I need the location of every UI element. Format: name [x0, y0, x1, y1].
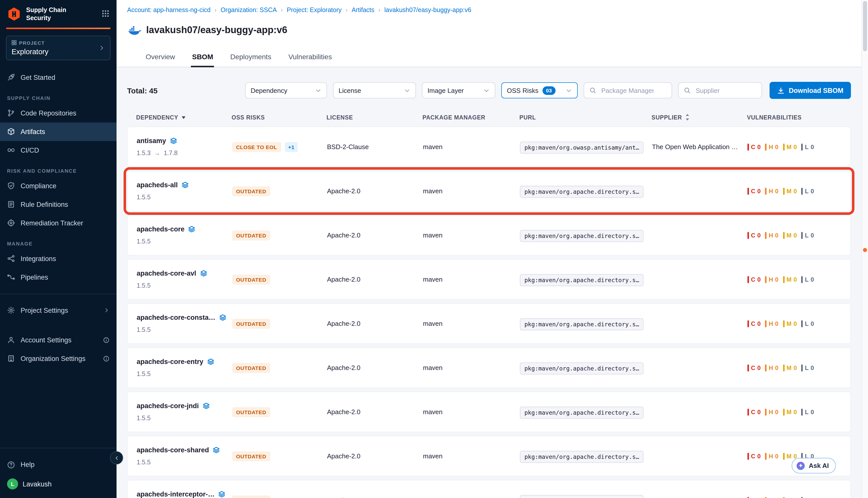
table-row[interactable]: apacheds-core-consta… 1.5.5 OUTDATED Apa… [127, 303, 851, 344]
sidebar-item-label: Project Settings [21, 306, 68, 314]
dependency-version: 1.5.3 1.7.8 [137, 150, 232, 157]
risk-badge: OUTDATED [232, 407, 270, 417]
project-selector[interactable]: PROJECT Exploratory [6, 35, 111, 60]
license-cell: Apache-2.0 [327, 320, 423, 328]
breadcrumb-project[interactable]: Project: Exploratory [287, 6, 341, 14]
dependency-filter-select[interactable]: Dependency [245, 82, 327, 99]
sidebar-item-pipelines[interactable]: Pipelines [0, 268, 117, 286]
tab-vulnerabilities[interactable]: Vulnerabilities [287, 49, 333, 67]
chevron-right-icon [103, 307, 109, 313]
dependency-name: apacheds-core-consta… [137, 314, 216, 322]
table-row[interactable]: apacheds-core-entry 1.5.5 OUTDATED Apach… [127, 348, 851, 388]
high-bar-icon [765, 365, 767, 371]
user-menu[interactable]: L Lavakush [0, 474, 117, 494]
license-filter-select[interactable]: License [333, 82, 416, 99]
breadcrumb-account[interactable]: Account: app-harness-ng-cicd [127, 6, 210, 14]
scrollbar-thumb[interactable] [863, 1, 867, 51]
harness-logo-icon[interactable] [7, 7, 22, 22]
tab-deployments[interactable]: Deployments [229, 49, 272, 67]
sidebar-divider [0, 293, 117, 294]
purl-chip[interactable]: pkg:maven/org.owasp.antisamy/ant… [520, 142, 644, 154]
purl-chip[interactable]: pkg:maven/org.apache.directory.s… [520, 186, 644, 198]
medium-count: M0 [783, 453, 797, 460]
license-cell: BSD-2-Clause [327, 143, 423, 151]
tab-overview[interactable]: Overview [145, 49, 176, 67]
sidebar-item-remediation-tracker[interactable]: Remediation Tracker [0, 214, 117, 232]
sidebar-item-compliance[interactable]: Compliance [0, 176, 117, 195]
purl-chip[interactable]: pkg:maven/org.apache.directory.s… [520, 495, 644, 498]
layers-icon[interactable] [207, 358, 215, 366]
risk-badge: OUTDATED [232, 186, 270, 196]
sidebar-item-code-repositories[interactable]: Code Repositories [0, 104, 117, 122]
sidebar-item-integrations[interactable]: Integrations [0, 249, 117, 268]
layers-icon[interactable] [181, 182, 189, 189]
purl-chip[interactable]: pkg:maven/org.apache.directory.s… [520, 274, 644, 286]
sidebar-item-account-settings[interactable]: Account Settings [0, 331, 117, 349]
breadcrumb-artifacts[interactable]: Artifacts [352, 6, 374, 14]
package-manager-cell: maven [423, 453, 520, 460]
column-dependency[interactable]: DEPENDENCY [136, 114, 232, 121]
sidebar-item-artifacts[interactable]: Artifacts [0, 122, 117, 141]
oss-risks-filter-select[interactable]: OSS Risks 03 [501, 82, 578, 99]
package-manager-input[interactable] [600, 86, 655, 95]
sidebar-item-rule-definitions[interactable]: Rule Definitions [0, 195, 117, 214]
layers-icon[interactable] [203, 402, 210, 410]
purl-cell: pkg:maven/org.apache.directory.s… [520, 187, 652, 196]
purl-chip[interactable]: pkg:maven/org.apache.directory.s… [520, 407, 644, 419]
breadcrumb-separator-icon [378, 6, 380, 14]
ask-ai-button[interactable]: Ask AI [792, 458, 836, 473]
medium-bar-icon [783, 409, 785, 416]
breadcrumb-organization[interactable]: Organization: SSCA [221, 6, 277, 14]
supplier-input[interactable] [695, 86, 749, 95]
table-row[interactable]: apacheds-core 1.5.5 OUTDATED Apache-2.0 … [127, 215, 851, 256]
layers-icon[interactable] [219, 314, 226, 322]
sidebar-item-help[interactable]: Help [0, 455, 117, 474]
sidebar-item-cicd[interactable]: CI/CD [0, 141, 117, 159]
purl-cell: pkg:maven/org.apache.directory.s… [520, 231, 652, 240]
sidebar-item-get-started[interactable]: Get Started [0, 68, 117, 87]
dependency-name: apacheds-core [137, 226, 185, 233]
medium-bar-icon [783, 365, 785, 371]
purl-chip[interactable]: pkg:maven/org.apache.directory.s… [520, 451, 644, 463]
purl-chip[interactable]: pkg:maven/org.apache.directory.s… [520, 363, 644, 375]
sidebar-item-project-settings[interactable]: Project Settings [0, 301, 117, 319]
filter-label: OSS Risks [507, 87, 539, 94]
download-icon [777, 87, 785, 94]
package-manager-cell: maven [423, 364, 520, 372]
search-icon [589, 87, 596, 94]
column-supplier[interactable]: SUPPLIER [651, 114, 747, 121]
purl-chip[interactable]: pkg:maven/org.apache.directory.s… [520, 318, 644, 330]
sidebar-item-organization-settings[interactable]: Organization Settings [0, 349, 117, 368]
table-row[interactable]: apacheds-core-shared 1.5.5 OUTDATED Apac… [127, 436, 851, 477]
table-row[interactable]: apacheds-core-avl 1.5.5 OUTDATED Apache-… [127, 259, 851, 300]
accent-divider [6, 27, 111, 29]
table-row[interactable]: apacheds-core-jndi 1.5.5 OUTDATED Apache… [127, 392, 851, 432]
critical-count: C0 [748, 320, 761, 327]
tab-sbom[interactable]: SBOM [191, 49, 214, 67]
layers-icon[interactable] [170, 137, 177, 145]
table-row[interactable]: antisamy 1.5.3 1.7.8 CLOSE TO EOL+1 BSD-… [127, 127, 851, 167]
table-row[interactable]: apacheds-interceptor-… 1.5.5 OUTDATED Ap… [127, 480, 851, 498]
download-sbom-button[interactable]: Download SBOM [770, 82, 851, 99]
app-grid-icon[interactable] [101, 9, 111, 20]
breadcrumb-artifact-name[interactable]: lavakush07/easy-buggy-app:v6 [384, 6, 471, 14]
license-cell: Apache-2.0 [327, 497, 423, 498]
image-layer-filter-select[interactable]: Image Layer [422, 82, 495, 99]
table-row[interactable]: apacheds-all 1.5.5 OUTDATED Apache-2.0 m… [127, 171, 851, 212]
layers-icon[interactable] [218, 491, 226, 498]
more-risks-badge[interactable]: +1 [285, 142, 298, 152]
purl-chip[interactable]: pkg:maven/org.apache.directory.s… [520, 230, 644, 242]
supplier-search [678, 82, 762, 99]
sidebar-header: Supply Chain Security [0, 0, 117, 27]
package-manager-cell: maven [423, 497, 520, 498]
medium-bar-icon [783, 320, 785, 327]
risk-badge: OUTDATED [232, 231, 270, 240]
dependency-version: 1.5.5 [137, 238, 232, 245]
layers-icon[interactable] [212, 447, 220, 454]
layers-icon[interactable] [200, 270, 207, 277]
breadcrumb: Account: app-harness-ng-cicd Organizatio… [117, 6, 868, 14]
sidebar-collapse-button[interactable] [110, 451, 123, 464]
layers-icon[interactable] [188, 226, 196, 233]
page-title: lavakush07/easy-buggy-app:v6 [146, 24, 287, 35]
critical-bar-icon [748, 365, 749, 371]
